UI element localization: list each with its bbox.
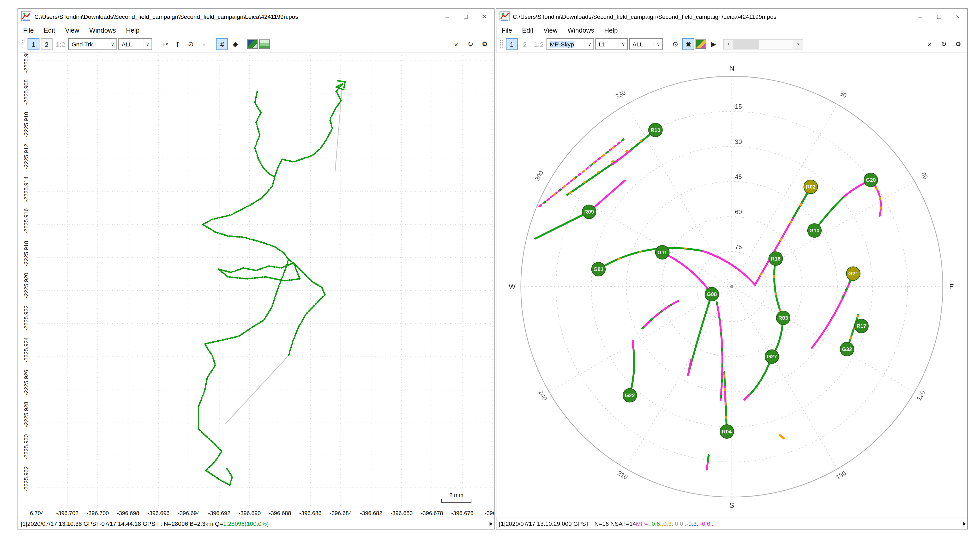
- close-button[interactable]: ×: [948, 9, 967, 24]
- y-tick-label: -2225.914: [23, 176, 29, 202]
- elevation-label: 75: [735, 243, 742, 250]
- menu-file[interactable]: File: [18, 25, 39, 35]
- clear-button[interactable]: ×: [450, 38, 462, 50]
- status-expand-arrow[interactable]: [963, 522, 966, 525]
- solution-2-button[interactable]: 2: [41, 38, 53, 50]
- fit-vertical-button[interactable]: I: [172, 38, 184, 50]
- scrollbar-track[interactable]: [733, 40, 793, 49]
- mp-scale-value: ..0.0..: [671, 520, 686, 527]
- titlebar[interactable]: C:\Users\STondini\Downloads\Second_field…: [496, 9, 967, 24]
- status-text: [1]2020/07/17 13:10:29.000 GPST : N=16 N…: [499, 520, 636, 527]
- options-button[interactable]: ⚙: [479, 38, 491, 50]
- animate-button[interactable]: ▶: [708, 38, 720, 50]
- satellite-track: [812, 273, 853, 348]
- titlebar[interactable]: C:\Users\STondini\Downloads\Second_field…: [18, 9, 494, 24]
- plot-type-select[interactable]: Gnd Trk ∨: [68, 38, 117, 50]
- time-scrollbar[interactable]: < >: [723, 39, 803, 49]
- azimuth-label: 300: [533, 170, 545, 182]
- x-tick-label: -396.698: [117, 510, 139, 516]
- cardinal-label: W: [509, 283, 515, 291]
- refresh-button[interactable]: ↻: [465, 38, 477, 50]
- menu-windows[interactable]: Windows: [84, 25, 121, 35]
- sky-image-button[interactable]: [696, 40, 706, 49]
- minimize-button[interactable]: –: [438, 9, 457, 24]
- skyplot[interactable]: 15304560753060120150210240300330NESWR10G…: [496, 53, 967, 518]
- clear-button[interactable]: ×: [923, 38, 935, 50]
- maximize-button[interactable]: □: [457, 9, 475, 24]
- desktop: C:\Users\STondini\Downloads\Second_field…: [0, 0, 980, 537]
- toolbar: 1 2 1:2 Gnd Trk ∨ ALL ∨ + ▾ I ⊙ ◦: [18, 36, 494, 52]
- fix-center-button[interactable]: ⊙: [669, 38, 681, 50]
- solution-2-button[interactable]: 2: [519, 38, 531, 50]
- satellite-marker: G20: [864, 173, 878, 187]
- ground-track-plot[interactable]: -2225.906-2225.908-2225.910-2225.912-222…: [18, 53, 494, 518]
- solution-1-button[interactable]: 1: [506, 38, 518, 50]
- y-tick-label: -2225.922: [23, 305, 29, 330]
- center-origin-button[interactable]: + ▾: [159, 38, 170, 50]
- options-button[interactable]: ⚙: [952, 38, 964, 50]
- refresh-button[interactable]: ↻: [938, 38, 950, 50]
- mp-scale: MP=..0.6..0.3..0.0..-0.3..-0.6..: [636, 520, 713, 527]
- scale-label: 2 mm: [449, 492, 463, 498]
- x-tick-label: -396.680: [390, 510, 413, 516]
- menu-help[interactable]: Help: [599, 25, 623, 35]
- marker-toggle-button[interactable]: ◆: [229, 38, 241, 50]
- y-tick-label: -2225.912: [23, 144, 29, 169]
- mp-scale-value: MP=: [636, 520, 649, 527]
- satellite-filter-select[interactable]: ALL ∨: [629, 38, 663, 50]
- fix-center-button[interactable]: ⊙: [185, 38, 197, 50]
- svg-text:R18: R18: [771, 256, 780, 262]
- map-view-button[interactable]: [248, 40, 258, 49]
- minimize-button[interactable]: –: [911, 9, 930, 24]
- frequency-select[interactable]: L1 ∨: [595, 38, 628, 50]
- menu-help[interactable]: Help: [121, 25, 145, 35]
- menu-view[interactable]: View: [538, 25, 563, 35]
- grid-toggle-button[interactable]: #: [216, 38, 228, 50]
- close-button[interactable]: ×: [475, 9, 494, 24]
- satellite-track: [630, 345, 634, 396]
- track-canvas: [37, 55, 493, 506]
- toolbar-grip[interactable]: [21, 40, 24, 49]
- x-tick-label: -396.686: [299, 510, 321, 516]
- svg-text:G21: G21: [848, 271, 858, 276]
- mp-scale-value: ..0.3: [660, 520, 671, 527]
- scroll-left-icon[interactable]: <: [724, 40, 733, 49]
- satellite-track: [708, 455, 708, 461]
- y-tick-label: -2225.928: [23, 402, 29, 427]
- scale-bar: 2 mm: [441, 492, 471, 502]
- menu-windows[interactable]: Windows: [563, 25, 600, 35]
- solution-1-button[interactable]: 1: [28, 38, 40, 50]
- toolbar-grip[interactable]: [500, 40, 503, 49]
- waypoints-button[interactable]: [259, 40, 270, 49]
- azimuth-label: 150: [835, 469, 847, 481]
- menu-edit[interactable]: Edit: [517, 25, 538, 35]
- satellite-track: [598, 248, 703, 269]
- satellite-marker: R04: [720, 424, 734, 438]
- solution-1-2-button[interactable]: 1:2: [54, 38, 67, 50]
- satellite-marker: G32: [840, 342, 854, 356]
- satellite-marker: G21: [846, 267, 860, 281]
- chevron-down-icon: ∨: [654, 41, 663, 47]
- plot-type-select[interactable]: MP-Skyp ∨: [547, 38, 594, 50]
- ground-track-window: C:\Users\STondini\Downloads\Second_field…: [18, 8, 495, 529]
- x-tick-label: -396.678: [421, 510, 443, 516]
- satellite-marker: G01: [592, 262, 605, 276]
- y-tick-label: -2225.930: [23, 434, 29, 459]
- scrollbar-thumb[interactable]: [733, 40, 759, 49]
- small-circle-icon: ◦: [203, 40, 205, 48]
- mp-scale-value: -0.3..: [686, 520, 700, 527]
- scroll-right-icon[interactable]: >: [794, 40, 803, 49]
- maximize-button[interactable]: □: [930, 9, 948, 24]
- satellite-track: [535, 212, 589, 238]
- menu-file[interactable]: File: [496, 25, 517, 35]
- solution-filter-select[interactable]: ALL ∨: [118, 38, 152, 50]
- svg-text:R09: R09: [584, 209, 594, 214]
- elevation-label: 30: [735, 138, 742, 145]
- menu-view[interactable]: View: [60, 25, 84, 35]
- show-points-button[interactable]: ◦: [198, 38, 210, 50]
- solution-1-2-button[interactable]: 1:2: [532, 38, 546, 50]
- skyplot-mode-button[interactable]: ◉: [682, 38, 695, 50]
- menu-edit[interactable]: Edit: [39, 25, 60, 35]
- satellite-track: [745, 395, 749, 400]
- status-expand-arrow[interactable]: [490, 522, 493, 525]
